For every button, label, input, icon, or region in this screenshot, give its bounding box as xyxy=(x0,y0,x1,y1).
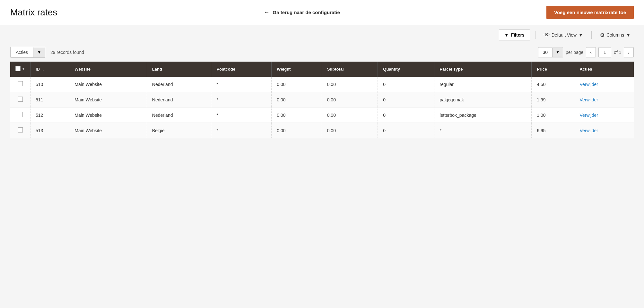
row-land: Nederland xyxy=(147,92,211,107)
checkbox-dropdown-icon[interactable]: ▼ xyxy=(22,67,25,71)
pagination-controls: 30 ▼ per page ‹ 1 of 1 › xyxy=(538,47,634,57)
row-parcel-type: letterbox_package xyxy=(434,107,532,123)
row-website: Main Website xyxy=(69,92,147,107)
row-price: 1.99 xyxy=(532,92,574,107)
row-action[interactable]: Verwijder xyxy=(574,107,634,123)
acties-dropdown-button[interactable]: ▼ xyxy=(33,47,45,57)
acties-label: Acties xyxy=(11,47,33,57)
row-action[interactable]: Verwijder xyxy=(574,123,634,138)
header-bar: Matrix rates ← Ga terug naar de configur… xyxy=(0,0,644,25)
row-checkbox[interactable] xyxy=(18,112,23,117)
row-checkbox-cell xyxy=(10,107,30,123)
funnel-icon: ▼ xyxy=(504,32,509,38)
next-page-button[interactable]: › xyxy=(624,47,634,57)
verwijder-link[interactable]: Verwijder xyxy=(579,128,598,133)
th-acties-label: Acties xyxy=(579,67,592,72)
th-land[interactable]: Land xyxy=(147,62,211,77)
per-page-select[interactable]: 30 ▼ xyxy=(538,47,563,57)
th-postcode[interactable]: Postcode xyxy=(211,62,272,77)
th-website[interactable]: Website xyxy=(69,62,147,77)
th-subtotal[interactable]: Subtotal xyxy=(322,62,378,77)
th-quantity-label: Quantity xyxy=(383,67,400,72)
row-checkbox[interactable] xyxy=(18,97,23,102)
row-land: België xyxy=(147,123,211,138)
row-checkbox-cell xyxy=(10,92,30,107)
toolbar-separator-2 xyxy=(591,31,592,39)
table-row: 510 Main Website Nederland * 0.00 0.00 0… xyxy=(10,77,634,92)
row-land: Nederland xyxy=(147,77,211,92)
actions-row: Acties ▼ 29 records found 30 ▼ per page … xyxy=(0,43,644,62)
row-website: Main Website xyxy=(69,107,147,123)
th-weight[interactable]: Weight xyxy=(272,62,322,77)
row-weight: 0.00 xyxy=(272,107,322,123)
th-checkbox[interactable]: ▼ xyxy=(10,62,30,77)
row-land: Nederland xyxy=(147,107,211,123)
filters-button[interactable]: ▼ Filters xyxy=(499,30,530,40)
row-subtotal: 0.00 xyxy=(322,92,378,107)
row-checkbox-cell xyxy=(10,123,30,138)
row-id: 511 xyxy=(30,92,69,107)
prev-page-button[interactable]: ‹ xyxy=(586,47,596,57)
view-label: Default View xyxy=(552,32,577,38)
row-id: 510 xyxy=(30,77,69,92)
th-land-label: Land xyxy=(152,67,162,72)
verwijder-link[interactable]: Verwijder xyxy=(579,97,598,102)
row-weight: 0.00 xyxy=(272,77,322,92)
row-checkbox[interactable] xyxy=(18,127,23,133)
th-weight-label: Weight xyxy=(277,67,291,72)
row-parcel-type: * xyxy=(434,123,532,138)
row-weight: 0.00 xyxy=(272,92,322,107)
per-page-value: 30 xyxy=(538,47,553,57)
default-view-button[interactable]: 👁 Default View ▼ xyxy=(541,30,586,40)
row-subtotal: 0.00 xyxy=(322,107,378,123)
th-price[interactable]: Price xyxy=(532,62,574,77)
row-website: Main Website xyxy=(69,77,147,92)
chevron-down-icon: ▼ xyxy=(579,32,583,38)
row-quantity: 0 xyxy=(378,123,434,138)
columns-button[interactable]: ⚙ Columns ▼ xyxy=(597,30,634,40)
row-checkbox-cell xyxy=(10,77,30,92)
filters-label: Filters xyxy=(511,32,525,38)
row-quantity: 0 xyxy=(378,107,434,123)
gear-icon: ⚙ xyxy=(600,32,605,38)
th-website-label: Website xyxy=(74,67,91,72)
row-action[interactable]: Verwijder xyxy=(574,77,634,92)
row-postcode: * xyxy=(211,123,272,138)
chevron-down-icon-2: ▼ xyxy=(626,32,631,38)
th-postcode-label: Postcode xyxy=(216,67,235,72)
row-price: 4.50 xyxy=(532,77,574,92)
row-id: 513 xyxy=(30,123,69,138)
back-navigation[interactable]: ← Ga terug naar de configuratie xyxy=(264,9,340,16)
table-container: ▼ ID ↓ Website Land Postcode Weight Subt… xyxy=(0,62,644,149)
row-checkbox[interactable] xyxy=(18,81,23,86)
th-id-label: ID xyxy=(36,67,40,72)
verwijder-link[interactable]: Verwijder xyxy=(579,113,598,118)
per-page-dropdown-button[interactable]: ▼ xyxy=(552,48,563,57)
matrix-rates-table: ▼ ID ↓ Website Land Postcode Weight Subt… xyxy=(10,62,634,138)
back-label: Ga terug naar de configuratie xyxy=(273,10,340,15)
back-arrow-icon: ← xyxy=(264,9,270,16)
th-id[interactable]: ID ↓ xyxy=(30,62,69,77)
row-price: 1.00 xyxy=(532,107,574,123)
row-subtotal: 0.00 xyxy=(322,123,378,138)
row-subtotal: 0.00 xyxy=(322,77,378,92)
row-price: 6.95 xyxy=(532,123,574,138)
current-page: 1 xyxy=(598,47,611,57)
row-postcode: * xyxy=(211,92,272,107)
row-id: 512 xyxy=(30,107,69,123)
table-row: 512 Main Website Nederland * 0.00 0.00 0… xyxy=(10,107,634,123)
row-action[interactable]: Verwijder xyxy=(574,92,634,107)
add-matrixrate-button[interactable]: Voeg een nieuwe matrixrate toe xyxy=(546,6,634,19)
sort-icon: ↓ xyxy=(42,67,44,71)
th-quantity[interactable]: Quantity xyxy=(378,62,434,77)
eye-icon: 👁 xyxy=(544,32,550,38)
th-price-label: Price xyxy=(537,67,547,72)
select-all-checkbox[interactable] xyxy=(15,66,21,71)
th-parcel-type[interactable]: Parcel Type xyxy=(434,62,532,77)
row-website: Main Website xyxy=(69,123,147,138)
th-acties: Acties xyxy=(574,62,634,77)
acties-select[interactable]: Acties ▼ xyxy=(10,47,45,58)
verwijder-link[interactable]: Verwijder xyxy=(579,82,598,87)
toolbar-separator xyxy=(535,31,535,39)
row-parcel-type: regular xyxy=(434,77,532,92)
